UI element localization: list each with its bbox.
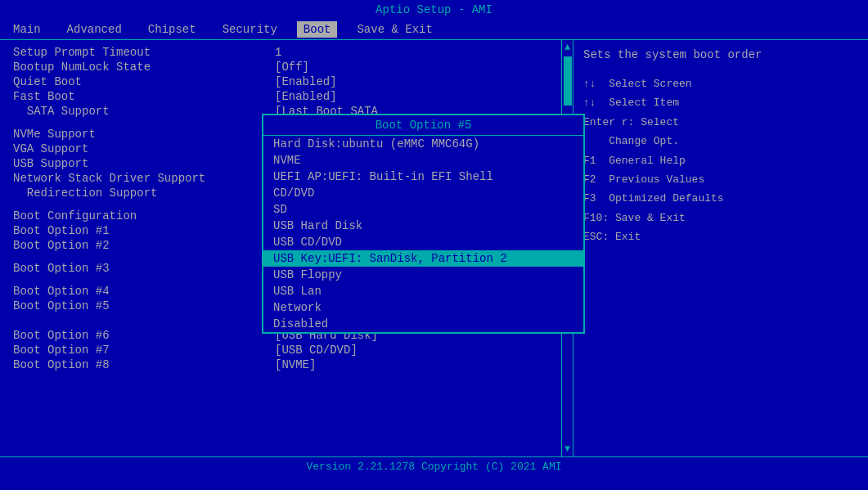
- dropdown-item-9[interactable]: USB Lan: [263, 283, 573, 299]
- dropdown-item-2[interactable]: UEFI AP:UEFI: Built-in EFI Shell: [263, 169, 573, 185]
- menu-bar: Main Advanced Chipset Security Boot Save…: [0, 20, 868, 40]
- key-select-screen: ↑↓ Select Screen: [583, 74, 858, 93]
- setting-bootup-numlock[interactable]: Bootup NumLock State [Off]: [13, 60, 560, 74]
- setting-quiet-boot[interactable]: Quiet Boot [Enabled]: [13, 74, 560, 89]
- dropdown-overlay[interactable]: Boot Option #5 Hard Disk:ubuntu (eMMC MM…: [262, 114, 573, 334]
- left-scroll-wrapper: Setup Prompt Timeout 1 Bootup NumLock St…: [0, 40, 573, 456]
- dropdown-item-11[interactable]: Disabled: [263, 316, 573, 332]
- app-title: Aptio Setup - AMI: [376, 3, 492, 16]
- status-bar: Version 2.21.1278 Copyright (C) 2021 AMI: [0, 456, 868, 481]
- menu-item-advanced[interactable]: Advanced: [61, 21, 128, 38]
- dropdown-title: Boot Option #5: [263, 115, 573, 136]
- setting-boot-option-8[interactable]: Boot Option #8 [NVME]: [13, 357, 560, 372]
- dropdown-item-4[interactable]: SD: [263, 201, 573, 218]
- scroll-up-arrow[interactable]: ▲: [563, 40, 572, 55]
- version-text: Version 2.21.1278 Copyright (C) 2021 AMI: [306, 461, 561, 473]
- help-text: Sets the system boot order: [583, 45, 858, 61]
- menu-item-chipset[interactable]: Chipset: [142, 21, 203, 38]
- setting-setup-prompt-timeout[interactable]: Setup Prompt Timeout 1: [13, 45, 560, 60]
- title-bar: Aptio Setup - AMI: [0, 0, 868, 20]
- menu-item-save-exit[interactable]: Save & Exit: [350, 21, 438, 38]
- dropdown-item-5[interactable]: USB Hard Disk: [263, 218, 573, 234]
- dropdown-item-10[interactable]: Network: [263, 299, 573, 316]
- right-panel: Sets the system boot order ↑↓ Select Scr…: [573, 40, 868, 456]
- scroll-down-arrow[interactable]: ▼: [563, 442, 572, 456]
- main-content: Setup Prompt Timeout 1 Bootup NumLock St…: [0, 40, 868, 456]
- dropdown-item-0[interactable]: Hard Disk:ubuntu (eMMC MMC64G): [263, 136, 573, 152]
- key-f1: F1 General Help: [583, 151, 858, 170]
- key-help: ↑↓ Select Screen ↑↓ Select Item Enter r:…: [583, 74, 858, 247]
- key-change-opt: Change Opt.: [583, 132, 858, 151]
- dropdown-item-3[interactable]: CD/DVD: [263, 185, 573, 201]
- scroll-thumb[interactable]: [564, 56, 572, 106]
- key-f10: F10: Save & Exit: [583, 209, 858, 227]
- dropdown-item-1[interactable]: NVME: [263, 152, 573, 169]
- menu-item-boot[interactable]: Boot: [297, 21, 338, 38]
- key-esc: ESC: Exit: [583, 227, 858, 246]
- menu-item-main[interactable]: Main: [7, 21, 47, 38]
- key-enter: Enter r: Select: [583, 113, 858, 132]
- key-f3: F3 Optimized Defaults: [583, 189, 858, 208]
- key-select-item: ↑↓ Select Item: [583, 93, 858, 112]
- setting-boot-option-7[interactable]: Boot Option #7 [USB CD/DVD]: [13, 343, 560, 357]
- setting-fast-boot[interactable]: Fast Boot [Enabled]: [13, 89, 560, 104]
- menu-item-security[interactable]: Security: [216, 21, 284, 38]
- dropdown-item-8[interactable]: USB Floppy: [263, 267, 573, 283]
- dropdown-item-7[interactable]: USB Key:UEFI: SanDisk, Partition 2: [263, 250, 573, 267]
- left-content: Setup Prompt Timeout 1 Bootup NumLock St…: [0, 40, 573, 456]
- key-f2: F2 Previous Values: [583, 170, 858, 189]
- dropdown-item-6[interactable]: USB CD/DVD: [263, 234, 573, 250]
